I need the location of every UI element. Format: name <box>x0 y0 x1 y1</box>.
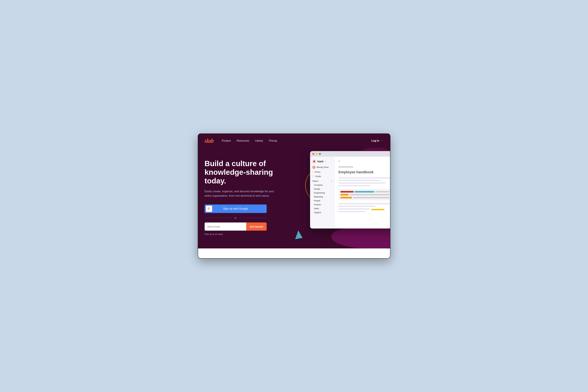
app-window-mockup: 🍎 Apple ▾ W Wendy Shen ⌂ Home <box>310 151 390 228</box>
topic-engineering-chevron: › <box>331 192 332 194</box>
google-signup-label: Sign up with Google <box>205 207 267 210</box>
org-name: Apple <box>317 160 324 163</box>
topics-label: Topics <box>312 180 319 182</box>
sidebar-drafts-label: Drafts <box>315 175 321 178</box>
user-avatar: W <box>312 166 315 169</box>
chart-row-1 <box>340 191 389 192</box>
org-chevron-icon: ▾ <box>325 160 326 162</box>
topic-sales-chevron: › <box>331 208 332 210</box>
chart-bar-red <box>340 191 354 192</box>
get-started-button[interactable]: Get Started <box>246 222 267 231</box>
chart-line-gray-1 <box>375 191 389 192</box>
chart-line-yellow <box>371 209 384 210</box>
doc-line-6 <box>339 206 375 207</box>
topic-marketing-label: Marketing <box>314 196 323 198</box>
sidebar-item-product[interactable]: Product › <box>310 203 334 206</box>
topics-add-icon[interactable]: + <box>331 180 332 182</box>
divider: or <box>205 216 267 219</box>
doc-highlighted-line <box>339 208 390 211</box>
doc-line-4 <box>339 185 370 186</box>
topic-support-chevron: › <box>331 212 332 213</box>
login-button[interactable]: Log In → <box>372 139 384 142</box>
doc-breadcrumb-placeholder <box>339 166 353 168</box>
divider-text: or <box>234 216 236 219</box>
chart-bar-orange-2 <box>340 197 352 198</box>
nav-links: Product Resources Library Pricing <box>222 139 372 142</box>
user-name: Wendy Shen <box>317 166 329 168</box>
doc-line-8 <box>339 211 365 212</box>
topic-design-label: Design <box>314 188 320 190</box>
sidebar-user[interactable]: W Wendy Shen <box>310 165 334 170</box>
doc-chart-area <box>339 189 390 200</box>
free-note: Free up to 10 users <box>205 233 290 235</box>
login-label: Log In <box>372 139 379 142</box>
topic-design-chevron: › <box>331 188 332 190</box>
screen-wrapper: slab Product Resources Library Pricing L… <box>198 134 390 258</box>
chart-row-2 <box>340 194 389 196</box>
bottom-strip <box>198 248 390 258</box>
chart-line-gray-2 <box>350 194 389 195</box>
main-content-area: ≡ Employee handbook <box>335 157 390 228</box>
nav-product[interactable]: Product <box>222 139 231 142</box>
doc-line-1 <box>339 177 390 178</box>
topic-product-chevron: › <box>331 204 332 206</box>
topic-product-label: Product <box>314 204 321 206</box>
navbar: slab Product Resources Library Pricing L… <box>198 134 390 148</box>
google-icon: G <box>206 206 212 212</box>
sidebar-item-engineering[interactable]: Engineering › <box>310 191 334 195</box>
hero-content: Build a culture of knowledge-sharing tod… <box>205 158 290 235</box>
nav-library[interactable]: Library <box>255 139 263 142</box>
sidebar-item-company[interactable]: Company › <box>310 183 334 187</box>
topic-engineering-label: Engineering <box>314 192 325 194</box>
sidebar-item-people[interactable]: People › <box>310 199 334 203</box>
login-arrow: → <box>381 139 384 142</box>
doc-main-title: Employee handbook <box>339 170 390 174</box>
nav-resources[interactable]: Resources <box>237 139 249 142</box>
google-signup-button[interactable]: G Sign up with Google <box>205 204 267 213</box>
doc-line-2 <box>339 180 381 181</box>
chart-line-gray-3 <box>353 197 389 198</box>
window-maximize-dot <box>319 153 321 155</box>
email-form: Get Started <box>205 222 267 231</box>
drafts-icon: ☐ <box>312 175 314 178</box>
topic-company-chevron: › <box>331 184 332 186</box>
hero-subtitle: Easily create, organize, and discover kn… <box>205 189 275 198</box>
topic-sales-label: Sales <box>314 208 319 210</box>
sidebar-item-sales[interactable]: Sales › <box>310 206 334 210</box>
window-body: 🍎 Apple ▾ W Wendy Shen ⌂ Home <box>310 157 390 228</box>
window-minimize-dot <box>316 153 318 155</box>
window-titlebar <box>310 151 390 157</box>
hero-title: Build a culture of knowledge-sharing tod… <box>205 159 290 185</box>
topic-people-label: People <box>314 200 320 202</box>
doc-line-5 <box>339 203 390 204</box>
sidebar-item-support[interactable]: Support › <box>310 210 334 214</box>
chart-row-3 <box>340 197 389 198</box>
topic-support-label: Support <box>314 211 321 214</box>
home-icon: ⌂ <box>312 171 314 173</box>
hamburger-icon[interactable]: ≡ <box>339 160 390 163</box>
topic-people-chevron: › <box>331 200 332 202</box>
blob-bottom-right-decoration <box>331 227 390 248</box>
triangle-cyan-decoration <box>294 230 303 239</box>
org-selector[interactable]: 🍎 Apple ▾ <box>310 159 334 165</box>
sidebar-home-label: Home <box>315 171 321 173</box>
hero-section: Build a culture of knowledge-sharing tod… <box>198 148 390 248</box>
doc-line-7 <box>339 208 370 210</box>
sidebar-item-design[interactable]: Design › <box>310 187 334 191</box>
topic-marketing-chevron: › <box>331 196 332 198</box>
work-email-input[interactable] <box>205 222 246 231</box>
nav-pricing[interactable]: Pricing <box>269 139 277 142</box>
sidebar-item-marketing[interactable]: Marketing › <box>310 195 334 199</box>
chart-bar-orange <box>340 194 349 196</box>
sidebar-item-home[interactable]: ⌂ Home <box>310 170 334 174</box>
site-logo[interactable]: slab <box>205 137 214 144</box>
chart-bar-cyan <box>355 191 374 192</box>
doc-line-3 <box>339 182 386 184</box>
window-close-dot <box>312 153 314 155</box>
sidebar-item-drafts[interactable]: ☐ Drafts <box>310 174 334 178</box>
sidebar: 🍎 Apple ▾ W Wendy Shen ⌂ Home <box>310 157 335 228</box>
org-icon: 🍎 <box>312 160 316 163</box>
topic-company-label: Company <box>314 184 323 186</box>
topics-section-header: Topics + <box>310 178 334 183</box>
